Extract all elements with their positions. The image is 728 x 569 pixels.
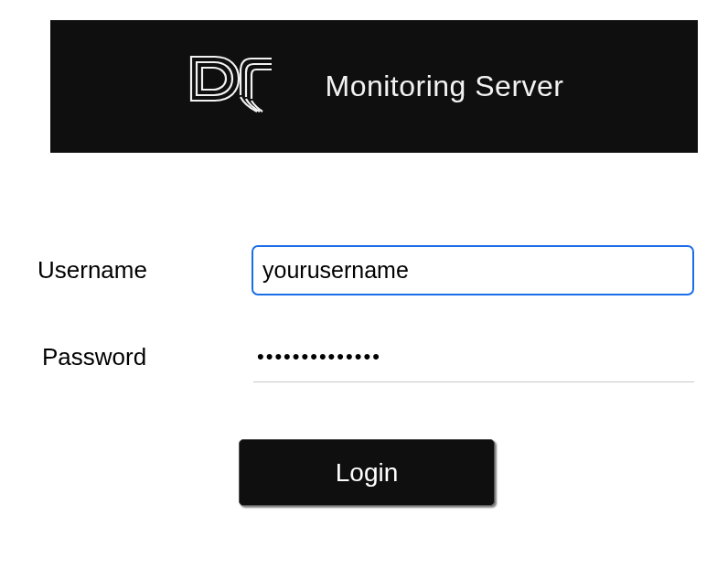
password-input[interactable] [253,332,694,382]
logo-container: Monitoring Server [184,51,563,123]
dc-logo-icon [184,51,294,123]
app-header: Monitoring Server [50,20,698,153]
app-title: Monitoring Server [325,70,563,103]
username-input[interactable] [252,245,694,295]
password-row: Password [42,332,694,382]
username-label: Username [37,256,252,284]
username-row: Username [37,245,694,295]
password-label: Password [42,343,253,371]
login-button[interactable]: Login [239,439,495,506]
